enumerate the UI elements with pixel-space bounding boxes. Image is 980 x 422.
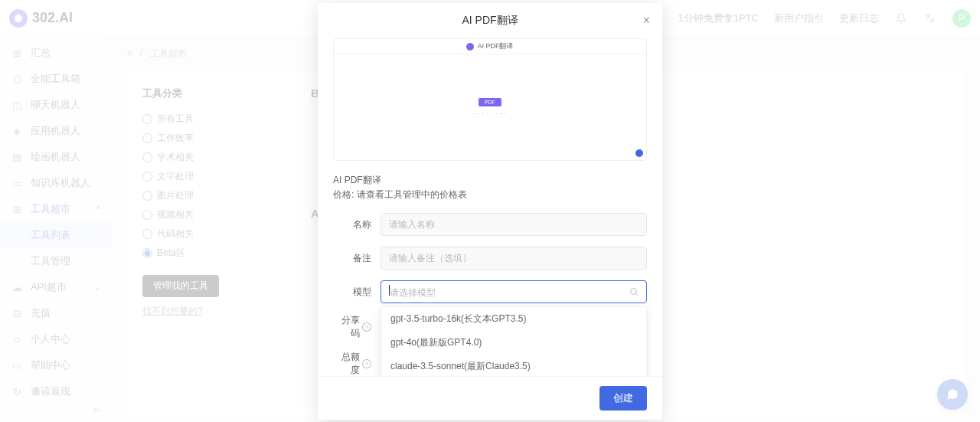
modal-desc-line1: AI PDF翻译 bbox=[333, 173, 647, 188]
search-icon bbox=[629, 287, 639, 296]
preview-caption: · · · · · · · · bbox=[473, 111, 507, 116]
create-button[interactable]: 创建 bbox=[599, 386, 647, 411]
preview-logo-icon bbox=[466, 43, 474, 51]
modal-desc-line2: 价格: 请查看工具管理中的价格表 bbox=[333, 188, 647, 202]
model-option[interactable]: claude-3.5-sonnet(最新Claude3.5) bbox=[381, 355, 646, 376]
label-sharecode: 分享码? bbox=[333, 314, 371, 340]
model-option[interactable]: gpt-4o(最新版GPT4.0) bbox=[381, 331, 646, 355]
preview-badge: PDF bbox=[479, 98, 501, 106]
modal-overlay: AI PDF翻译 × AI PDF翻译 PDF · · · · · · · · bbox=[0, 0, 980, 422]
input-name[interactable] bbox=[381, 213, 647, 236]
modal: AI PDF翻译 × AI PDF翻译 PDF · · · · · · · · bbox=[318, 3, 662, 420]
preview-title: AI PDF翻译 bbox=[477, 41, 513, 51]
label-remark: 备注 bbox=[333, 252, 371, 265]
modal-title: AI PDF翻译 bbox=[462, 14, 518, 28]
preview-chat-icon bbox=[635, 149, 643, 157]
svg-line-1 bbox=[635, 294, 637, 296]
close-icon[interactable]: × bbox=[643, 14, 650, 28]
input-remark[interactable] bbox=[381, 247, 647, 270]
model-dropdown: gpt-3.5-turbo-16k(长文本GPT3.5) gpt-4o(最新版G… bbox=[381, 306, 647, 376]
model-option[interactable]: gpt-3.5-turbo-16k(长文本GPT3.5) bbox=[381, 307, 646, 331]
select-model[interactable]: 请选择模型 bbox=[381, 280, 647, 303]
help-icon[interactable]: ? bbox=[362, 359, 371, 368]
label-model: 模型 bbox=[333, 286, 371, 299]
label-name: 名称 bbox=[333, 218, 371, 231]
svg-point-0 bbox=[631, 289, 637, 295]
label-totalquota: 总额度? bbox=[333, 351, 371, 376]
tool-preview: AI PDF翻译 PDF · · · · · · · · bbox=[333, 38, 647, 161]
help-icon[interactable]: ? bbox=[362, 322, 371, 332]
